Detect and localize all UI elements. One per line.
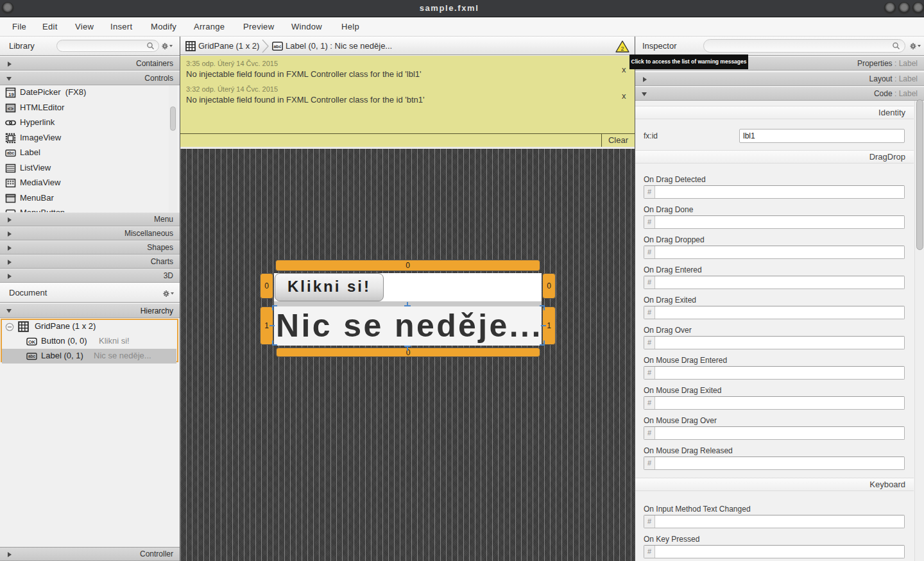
svg-text:abc: abc: [273, 44, 281, 49]
svg-text:OK: OK: [28, 339, 36, 345]
svg-text:19: 19: [8, 92, 13, 97]
svg-text:abc: abc: [28, 354, 36, 358]
svg-text:<>: <>: [8, 106, 14, 112]
svg-text:2: 2: [620, 46, 624, 52]
svg-text:abc: abc: [7, 151, 15, 155]
